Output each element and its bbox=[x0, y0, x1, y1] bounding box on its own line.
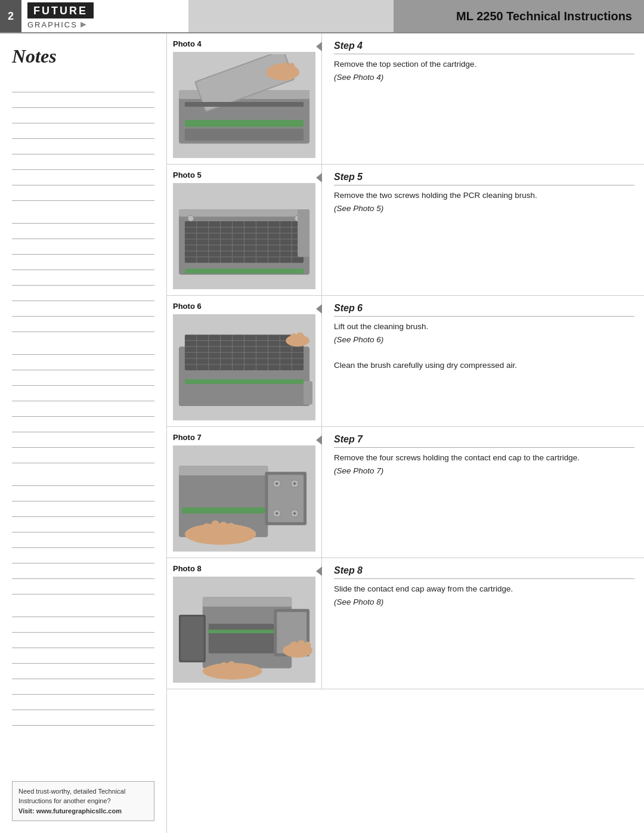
svg-rect-74 bbox=[220, 522, 227, 537]
step-body-5: Remove the two screws holding the PCR cl… bbox=[334, 189, 634, 215]
step-row-7: Photo 7 bbox=[167, 427, 644, 558]
note-line bbox=[12, 472, 154, 486]
step-body-6: Lift out the cleaning brush. (See Photo … bbox=[334, 320, 634, 371]
note-line bbox=[12, 580, 154, 594]
note-line bbox=[12, 634, 154, 648]
note-line bbox=[12, 649, 154, 664]
note-line bbox=[12, 140, 154, 154]
svg-rect-56 bbox=[179, 466, 268, 475]
step-row-8: Photo 8 bbox=[167, 558, 644, 689]
notes-lines-group-4 bbox=[12, 472, 154, 596]
photo-box-4: Photo 4 bbox=[167, 33, 322, 164]
step-arrow-5 bbox=[316, 173, 322, 182]
notes-lines-group-1 bbox=[12, 78, 154, 202]
note-line bbox=[12, 171, 154, 185]
note-line bbox=[12, 696, 154, 710]
photo-img-7 bbox=[173, 445, 315, 552]
step-arrow-6 bbox=[316, 304, 322, 314]
logo-area: FUTURE GRAPHICS ► bbox=[21, 0, 188, 32]
note-line bbox=[12, 78, 154, 92]
step-arrow-4 bbox=[316, 42, 322, 51]
svg-rect-52 bbox=[290, 333, 296, 345]
step-body-7: Remove the four screws holding the conta… bbox=[334, 451, 634, 477]
photo-label-4: Photo 4 bbox=[173, 39, 315, 48]
photo-label-8: Photo 8 bbox=[173, 564, 315, 573]
note-line bbox=[12, 340, 154, 355]
note-line bbox=[12, 356, 154, 370]
note-line bbox=[12, 549, 154, 563]
header-right-area: ML 2250 Technical Instructions bbox=[394, 0, 644, 32]
svg-rect-88 bbox=[221, 662, 228, 676]
svg-rect-72 bbox=[203, 524, 211, 539]
page-number: 2 bbox=[0, 0, 21, 32]
note-line bbox=[12, 418, 154, 432]
svg-rect-89 bbox=[228, 661, 235, 676]
svg-rect-85 bbox=[298, 640, 305, 655]
note-line bbox=[12, 503, 154, 517]
note-line bbox=[12, 125, 154, 139]
svg-rect-86 bbox=[305, 642, 311, 655]
svg-rect-5 bbox=[274, 64, 281, 77]
main-content: Notes bbox=[0, 33, 644, 833]
note-line bbox=[12, 318, 154, 332]
svg-rect-81 bbox=[209, 624, 274, 654]
logo-top: FUTURE bbox=[27, 2, 94, 18]
svg-rect-78 bbox=[203, 597, 292, 606]
step-desc-8: Step 8 Slide the contact end cap away fr… bbox=[322, 558, 644, 689]
note-line bbox=[12, 565, 154, 579]
step-title-8: Step 8 bbox=[334, 565, 634, 579]
step-row-4: Photo 4 bbox=[167, 33, 644, 165]
note-line bbox=[12, 387, 154, 401]
svg-rect-10 bbox=[185, 102, 304, 107]
footer-note: Need trust-worthy, detailed Technical In… bbox=[12, 781, 154, 822]
note-line bbox=[12, 518, 154, 532]
photo-img-8 bbox=[173, 577, 315, 683]
photo-label-6: Photo 6 bbox=[173, 302, 315, 311]
svg-rect-54 bbox=[304, 381, 312, 405]
step-arrow-7 bbox=[316, 435, 322, 445]
note-line bbox=[12, 371, 154, 386]
photo-img-6 bbox=[173, 314, 315, 420]
step-row-6: Photo 6 bbox=[167, 296, 644, 427]
logo-bottom: GRAPHICS ► bbox=[27, 19, 94, 30]
note-line bbox=[12, 433, 154, 448]
step-body-4: Remove the top section of the cartridge.… bbox=[334, 58, 634, 83]
svg-rect-58 bbox=[268, 475, 304, 522]
svg-rect-9 bbox=[185, 129, 304, 141]
step-desc-4: Step 4 Remove the top section of the car… bbox=[322, 33, 644, 164]
footer-line1: Need trust-worthy, detailed Technical bbox=[18, 788, 125, 795]
note-line bbox=[12, 680, 154, 695]
step-desc-7: Step 7 Remove the four screws holding th… bbox=[322, 427, 644, 558]
steps-column: Photo 4 bbox=[167, 33, 644, 833]
photo-box-6: Photo 6 bbox=[167, 296, 322, 426]
svg-rect-75 bbox=[228, 523, 235, 537]
svg-rect-73 bbox=[212, 521, 219, 537]
note-line bbox=[12, 534, 154, 548]
step-title-7: Step 7 bbox=[334, 434, 634, 448]
note-line bbox=[12, 302, 154, 317]
svg-rect-84 bbox=[290, 642, 298, 655]
svg-rect-82 bbox=[209, 630, 274, 633]
photo-box-7: Photo 7 bbox=[167, 427, 322, 558]
note-line bbox=[12, 109, 154, 123]
svg-rect-91 bbox=[181, 617, 204, 661]
svg-rect-6 bbox=[281, 62, 288, 76]
note-line bbox=[12, 271, 154, 286]
note-line bbox=[12, 287, 154, 301]
notes-lines-group-2 bbox=[12, 209, 154, 333]
step-desc-5: Step 5 Remove the two screws holding the… bbox=[322, 165, 644, 295]
note-line bbox=[12, 156, 154, 170]
step-row-5: Photo 5 bbox=[167, 165, 644, 296]
step-body-8: Slide the contact end cap away from the … bbox=[334, 583, 634, 608]
header-center-bar bbox=[188, 0, 394, 32]
note-line bbox=[12, 240, 154, 255]
footer-visit: Visit: www.futuregraphicsllc.com bbox=[18, 807, 122, 815]
logo-arrow-icon: ► bbox=[79, 19, 89, 30]
step-title-4: Step 4 bbox=[334, 41, 634, 54]
note-line bbox=[12, 225, 154, 239]
note-line bbox=[12, 402, 154, 417]
step-arrow-8 bbox=[316, 566, 322, 576]
svg-point-30 bbox=[188, 215, 194, 221]
photo-label-7: Photo 7 bbox=[173, 433, 315, 442]
notes-title: Notes bbox=[12, 45, 154, 67]
